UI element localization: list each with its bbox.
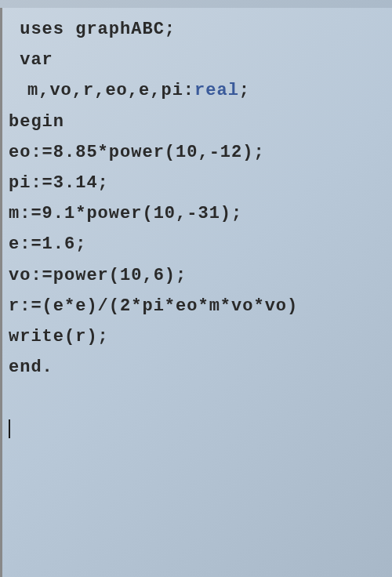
- code-line-2: var: [2, 45, 392, 75]
- code-line-4: begin: [2, 107, 392, 137]
- code-line-empty: [2, 383, 392, 413]
- cursor-line: [2, 413, 392, 444]
- assignment-pi: pi:=3.14;: [9, 173, 109, 193]
- write-call: write(r);: [9, 327, 109, 347]
- module-name: graphABC;: [64, 20, 176, 39]
- assignment-r: r:=(e*e)/(2*pi*eo*m*vo*vo): [9, 296, 298, 316]
- code-line-10: r:=(e*e)/(2*pi*eo*m*vo*vo): [2, 291, 392, 321]
- keyword-begin: begin: [9, 112, 64, 132]
- semicolon: ;: [239, 81, 250, 100]
- code-line-7: m:=9.1*power(10,-31);: [2, 198, 392, 229]
- assignment-m: m:=9.1*power(10,-31);: [9, 204, 242, 223]
- keyword-end: end.: [9, 357, 53, 377]
- assignment-e: e:=1.6;: [9, 234, 86, 254]
- code-line-11: write(r);: [2, 321, 392, 352]
- var-declarations: m,vo,r,eo,e,pi:: [27, 81, 194, 100]
- code-line-6: pi:=3.14;: [2, 168, 392, 198]
- type-real: real: [194, 81, 239, 100]
- assignment-vo: vo:=power(10,6);: [9, 266, 187, 285]
- keyword-var: var: [20, 50, 53, 70]
- code-line-5: eo:=8.85*power(10,-12);: [2, 137, 392, 168]
- code-line-3: m,vo,r,eo,e,pi:real;: [2, 75, 392, 106]
- text-cursor: [9, 419, 10, 438]
- code-editor[interactable]: uses graphABC; var m,vo,r,eo,e,pi:real; …: [0, 8, 392, 577]
- keyword-uses: uses: [20, 20, 64, 39]
- code-line-1: uses graphABC;: [2, 14, 392, 45]
- code-line-9: vo:=power(10,6);: [2, 260, 392, 291]
- assignment-eo: eo:=8.85*power(10,-12);: [9, 143, 265, 162]
- code-line-12: end.: [2, 352, 392, 383]
- code-line-8: e:=1.6;: [2, 229, 392, 259]
